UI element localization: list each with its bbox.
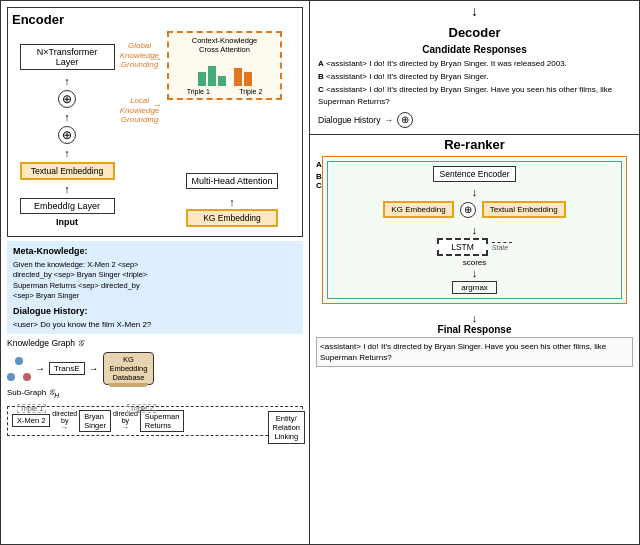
by2: by (122, 417, 129, 424)
arrow-down-se: ↓ (332, 186, 617, 198)
response-c: C <assistant> I do! It's directed by Bry… (318, 84, 631, 106)
triple1-sg-label: Triple 1 (17, 404, 46, 413)
entity-line2: Relation (273, 423, 301, 432)
atom2 (7, 373, 15, 381)
bar3 (218, 76, 226, 86)
arrow-sg1: → (61, 424, 68, 431)
top-down-arrow: ↓ (310, 1, 639, 21)
directed-by1: directed (52, 410, 77, 417)
dialogue-history-text: <user> Do you know the film X-Men 2? (13, 319, 297, 330)
left-panel: Encoder N×Transformer Layer ↑ ⊕ ↑ ⊕ ↑ Te… (1, 1, 310, 544)
reranker-row2: KG Embedding ⊕ Textual Embedding (332, 200, 617, 220)
multihead-box: Multi-Head Attention (186, 173, 278, 189)
encoder-title: Encoder (12, 12, 298, 27)
reranker-kg-emb: KG Embedding (383, 201, 453, 218)
scores-label: scores (463, 258, 487, 267)
reranker-textual-emb: Textual Embedding (482, 201, 566, 218)
final-response-title: Final Response (316, 324, 633, 335)
arrow-down-scores: ↓ (472, 267, 478, 279)
subgraph-title: Sub-Graph 𝒢H (7, 388, 303, 399)
input-section: Meta-Knowledge: Given the knowledge: X-M… (7, 241, 303, 334)
edge2: directed by → (113, 410, 138, 431)
bars-container (172, 56, 277, 86)
bryan-singer-node: BryanSinger (79, 410, 111, 432)
reranker-section: Re-ranker BC A Sentence Encoder ↓ KG Emb… (316, 135, 633, 308)
final-response-text: <assistant> I do! It's directed by Bryan… (316, 337, 633, 367)
kg-transe-row: → TransE → KG Embedding Database (7, 352, 303, 385)
kg-db-line1: KG (110, 355, 148, 364)
response-c-letter: C (318, 85, 324, 94)
input-label: Input (56, 217, 78, 227)
meta-knowledge-title: Meta-Knowledge: (13, 245, 297, 258)
transe-box: TransE (49, 362, 85, 375)
encoder-box: Encoder N×Transformer Layer ↑ ⊕ ↑ ⊕ ↑ Te… (7, 7, 303, 237)
arrow-up-enc4: ↑ (64, 183, 70, 195)
transformer-box: N×Transformer Layer (20, 44, 115, 70)
dialogue-history-label: Dialogue History (318, 115, 380, 125)
meta-knowledge-text: Given the knowledge: X-Men 2 <sep> direc… (13, 260, 297, 302)
response-a-letter: A (318, 59, 324, 68)
arrow-gkg: → (152, 53, 162, 64)
kg-row: Knowledge Graph 𝒢 (7, 338, 303, 349)
atom1 (15, 357, 23, 365)
reranker-add-circle: ⊕ (460, 202, 476, 218)
response-b-text: <assistant> I do! It's directed by Bryan… (326, 72, 489, 81)
argmax-box: argmax (452, 281, 497, 294)
dh-add-circle: ⊕ (397, 112, 413, 128)
bar4 (234, 68, 242, 86)
add-circle-bottom: ⊕ (58, 126, 76, 144)
bar5 (244, 72, 252, 86)
reranker-title: Re-ranker (316, 135, 633, 152)
arrow-up-enc2: ↑ (64, 111, 70, 123)
edge1: directed by → (52, 410, 77, 431)
state-line (492, 242, 512, 243)
triple2-sg-label: Triple 2 (127, 404, 156, 413)
response-b-letter: B (318, 72, 324, 81)
entity-line1: Entity/ (273, 414, 301, 423)
a-label: A (316, 160, 322, 169)
candidate-title: Candidate Responses (318, 44, 631, 55)
response-b: B <assistant> I do! It's directed by Bry… (318, 71, 631, 82)
row-sentence-enc: Sentence Encoder (332, 166, 617, 182)
arrow-up-enc3: ↑ (64, 147, 70, 159)
bar1 (198, 72, 206, 86)
arrow-kgdb: → (89, 363, 99, 374)
lstm-box: LSTM (437, 238, 488, 256)
sentence-encoder-box: Sentence Encoder (433, 166, 517, 182)
triple1-label: Triple 1 (187, 88, 210, 95)
decoder-title: Decoder (318, 25, 631, 40)
subgraph-section: Sub-Graph 𝒢H Triple 1 Triple 2 X-Men 2 d… (7, 388, 303, 436)
decoder-box: Decoder Candidate Responses A <assistant… (310, 21, 639, 135)
lstm-row: LSTM State (332, 238, 617, 256)
main-container: Encoder N×Transformer Layer ↑ ⊕ ↑ ⊕ ↑ Te… (0, 0, 640, 545)
kg-embedding-box: KG Embedding (186, 209, 278, 227)
kg-section: Knowledge Graph 𝒢 → TransE → KG Embeddin… (7, 338, 303, 385)
arrow-up-enc: ↑ (64, 75, 70, 87)
arrow-up-kg: ↑ (229, 196, 235, 208)
context-title: Context-KnowledgeCross Attention (172, 36, 277, 54)
kg-db-box: KG Embedding Database (103, 352, 155, 385)
dialogue-history-row: Dialogue History → ⊕ (318, 110, 631, 130)
textual-embedding-box: Textual Embedding (20, 162, 115, 180)
kg-db-line2: Embedding (110, 364, 148, 373)
arrow-sg2: → (122, 424, 129, 431)
embedding-layer-box: Embeddïg Layer (20, 198, 115, 214)
state-area: State (492, 242, 512, 251)
encoder-inner: N×Transformer Layer ↑ ⊕ ↑ ⊕ ↑ Textual Em… (12, 31, 298, 231)
final-response-box: ↓ Final Response <assistant> I do! It's … (316, 312, 633, 367)
dh-arrow-right: → (384, 115, 393, 125)
triple-labels: Triple 1 Triple 2 (172, 88, 277, 95)
kg-db-line3: Database (110, 373, 148, 382)
reranker-inner: BC A Sentence Encoder ↓ KG Embedding ⊕ T… (327, 161, 622, 299)
by1: by (61, 417, 68, 424)
arrow-transe: → (35, 363, 45, 374)
xmen2-node: X-Men 2 (12, 414, 50, 427)
kg-label: Knowledge Graph 𝒢 (7, 338, 83, 349)
superman-returns-node: SupermanReturns (140, 410, 185, 432)
arrow-lkg: → (152, 99, 162, 110)
scores-row: scores ↓ argmax (332, 258, 617, 294)
triple2-label: Triple 2 (239, 88, 262, 95)
kg-molecule-icon (7, 357, 31, 381)
bar2 (208, 66, 216, 86)
bc-label: BC (316, 172, 322, 190)
